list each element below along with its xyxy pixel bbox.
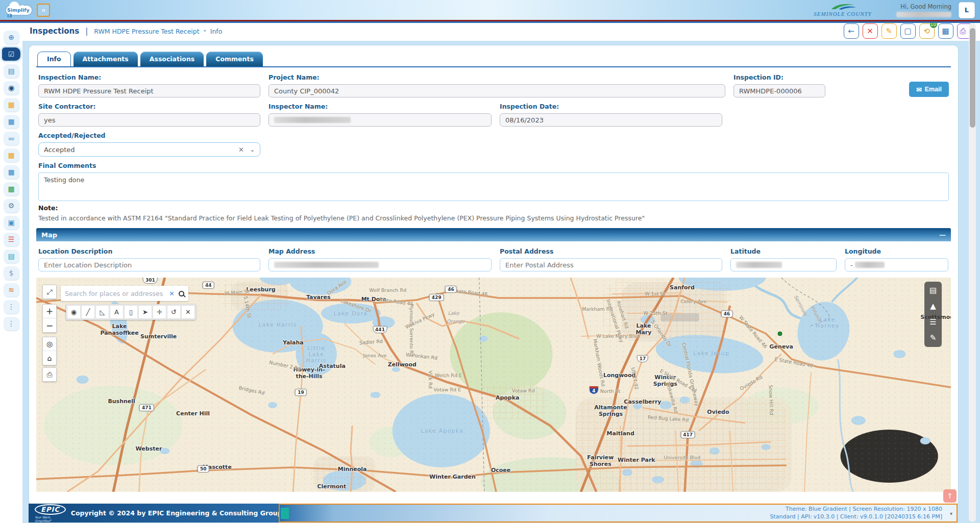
email-button[interactable]: ✉ Email [909, 82, 949, 97]
sidebar-item-training[interactable]: ◉ [4, 81, 19, 94]
map-road-label: W State Road 46 [738, 315, 768, 350]
sidebar-item-assets[interactable]: ■ [4, 165, 19, 179]
longitude-field[interactable]: - [845, 258, 948, 271]
map-road-label: Plymouth Sorrento Rd [408, 304, 414, 357]
inspector-name-label: Inspector Name: [268, 103, 492, 110]
user-name-redacted [896, 12, 951, 17]
sidebar-item-more-1[interactable]: ⋮ [4, 300, 19, 313]
note-button[interactable]: ▢ [900, 23, 916, 39]
search-clear-icon[interactable]: ✕ [169, 290, 175, 297]
project-name-field[interactable] [268, 84, 725, 97]
breadcrumb-item[interactable]: RWM HDPE Pressure Test Receipt [94, 28, 199, 35]
sidebar-item-automation[interactable]: ⚙ [4, 199, 19, 212]
history-button[interactable]: ⟲10 [919, 23, 935, 39]
tab-associations[interactable]: Associations [140, 52, 204, 66]
legend-icon[interactable]: ☰ [929, 318, 936, 326]
scrollbar-thumb[interactable] [970, 28, 975, 128]
tab-comments[interactable]: Comments [206, 52, 263, 66]
map-print-button[interactable]: ⎙ [42, 367, 57, 382]
edit-map-icon[interactable]: ✎ [930, 334, 937, 342]
map-city-label: Yalaha [283, 340, 304, 346]
map-city-label: Lake Mary [635, 323, 651, 336]
location-description-field[interactable] [38, 258, 260, 271]
longitude-label: Longitude [845, 247, 948, 255]
home-button[interactable]: ⌂ [43, 351, 56, 365]
map-fullscreen-button[interactable]: ⤢ [42, 285, 57, 299]
zoom-in-button[interactable]: + [43, 305, 56, 318]
sidebar-item-invoices[interactable]: ▤ [4, 250, 19, 263]
close-tools-button[interactable]: ✕ [181, 305, 195, 319]
tab-info[interactable]: Info [37, 52, 71, 66]
map-section-header[interactable]: Map — [36, 228, 951, 241]
draw-point-button[interactable]: ◉ [67, 305, 81, 319]
chevron-down-icon[interactable]: ⌄ [250, 146, 255, 153]
user-avatar[interactable]: L [959, 2, 975, 18]
draw-polygon-button[interactable]: ◺ [95, 305, 109, 319]
sidebar-item-billing[interactable]: $ [4, 266, 19, 280]
map-city-label: Ocoee [491, 467, 510, 474]
epic-logo-text: EPIC [35, 504, 66, 515]
notifications-bell-icon[interactable] [879, 5, 889, 16]
site-contractor-label: Site Contractor: [38, 103, 260, 110]
calendar-button[interactable]: ▦ [938, 23, 953, 39]
sidebar-item-contacts[interactable]: ▣ [4, 216, 19, 229]
sidebar-item-permits[interactable]: ▦ [4, 148, 19, 162]
invoices-icon: ▤ [8, 253, 14, 260]
collapse-icon[interactable]: — [939, 231, 946, 239]
delete-button[interactable]: ▯ [124, 305, 138, 319]
breadcrumb-module[interactable]: Inspections [30, 27, 79, 36]
clear-selection-icon[interactable]: ✕ [238, 146, 244, 154]
map-city-label: Webster [136, 446, 162, 453]
sidebar-item-more-2[interactable]: ⋮ [4, 317, 19, 330]
edit-button[interactable]: ✎ [881, 23, 897, 39]
sidebar-item-filters[interactable]: ≋ [4, 283, 19, 296]
sidebar-expand-button[interactable]: » [37, 4, 50, 17]
close-button[interactable]: ✕ [863, 23, 878, 39]
sidebar-item-globe[interactable]: ⊕ [4, 31, 19, 44]
scroll-top-button[interactable]: ↑ [943, 489, 957, 503]
inspection-name-field[interactable] [38, 84, 260, 97]
basemap-icon[interactable]: ▲ [930, 303, 936, 310]
accepted-rejected-select[interactable]: Accepted ✕ ⌄ [38, 142, 260, 157]
footer-caret-icon[interactable]: ▾ [950, 511, 952, 516]
select-button[interactable]: ➤ [138, 305, 152, 319]
inspection-location-marker[interactable] [777, 332, 782, 336]
sidebar-item-database[interactable]: ☰ [4, 233, 19, 246]
map-search-input[interactable] [65, 290, 165, 297]
inspection-id-label: Inspection ID: [733, 73, 825, 81]
draw-line-button[interactable]: ╱ [81, 305, 95, 319]
locate-button[interactable]: ◎ [43, 337, 56, 351]
sidebar-item-projects[interactable]: ■ [4, 115, 19, 128]
postal-address-field[interactable] [500, 258, 722, 271]
sidebar-item-divider[interactable]: ▬ [4, 132, 19, 145]
sidebar-item-documents[interactable]: ▤ [4, 64, 19, 78]
draw-text-button[interactable]: A [110, 305, 124, 319]
back-button[interactable]: ← [844, 23, 859, 39]
org-logo: SEMINOLE COUNTY [814, 3, 872, 17]
map-city-label: Altamonte Springs [594, 405, 627, 417]
site-contractor-field[interactable] [38, 113, 260, 127]
inspection-id-field[interactable] [733, 84, 825, 97]
latitude-label: Latitude [730, 247, 837, 255]
final-comments-field[interactable]: Testing done [38, 172, 949, 201]
tab-attachments[interactable]: Attachments [74, 52, 138, 66]
rotate-button[interactable]: ↺ [167, 305, 181, 319]
map-road-label: E State Road 434 [659, 368, 698, 394]
layers-icon[interactable]: ▤ [929, 287, 937, 294]
map-canvas[interactable]: LeesburgTavaresMt DoraSanfordLake MaryGe… [36, 278, 951, 492]
sidebar-item-maps[interactable]: ▩ [4, 182, 19, 195]
note-icon: ▢ [904, 27, 912, 36]
app-logo[interactable]: Simplify i3 [4, 3, 34, 18]
sidebar-item-inspections[interactable]: ☑ [2, 47, 20, 61]
map-address-field[interactable] [268, 258, 492, 271]
map-road-label: Bridges Rd [238, 385, 265, 396]
map-city-label: Leesburg [246, 287, 275, 293]
page-scrollbar[interactable] [969, 23, 976, 522]
zoom-out-button[interactable]: − [43, 318, 56, 332]
inspection-date-field[interactable] [500, 113, 722, 127]
inspector-name-field[interactable] [268, 113, 492, 127]
latitude-field[interactable] [730, 258, 837, 271]
search-icon[interactable] [179, 291, 184, 296]
move-button[interactable]: ✛ [153, 305, 166, 319]
sidebar-item-work-orders[interactable]: ▦ [4, 98, 19, 111]
